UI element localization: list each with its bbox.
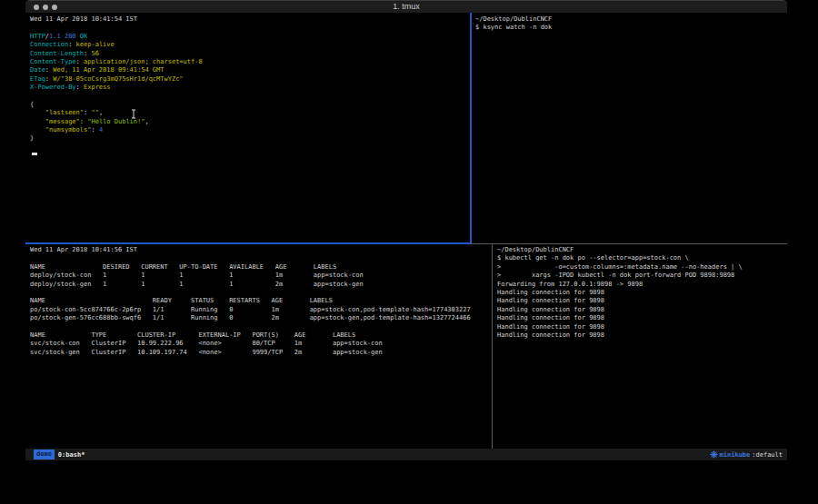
- terminal-line: [30, 254, 492, 262]
- terminal-line: Handling connection for 9898: [497, 297, 787, 305]
- terminal-line: po/stock-gen-576cc688bb-swqf6 1/1 Runnin…: [30, 314, 492, 322]
- terminal-line: X-Powered-By: Express: [30, 84, 470, 92]
- terminal-line: Content-Length: 56: [30, 50, 470, 58]
- terminal-line: NAME READY STATUS RESTARTS AGE LABELS: [30, 297, 492, 305]
- terminal-line: Handling connection for 9898: [497, 306, 787, 314]
- kubernetes-helm-icon: [710, 450, 718, 459]
- terminal-line: Handling connection for 9898: [497, 331, 787, 340]
- text-cursor-icon: [131, 109, 136, 119]
- terminal-line: HTTP/1.1 200 OK: [30, 33, 470, 41]
- terminal-line: ~/Desktop/DublinCNCF: [475, 15, 787, 24]
- terminal-line: NAME TYPE CLUSTER-IP EXTERNAL-IP PORT(S)…: [30, 331, 492, 340]
- kube-namespace: :default: [752, 451, 783, 459]
- terminal-cursor: [32, 153, 37, 155]
- window-titlebar[interactable]: 1. tmux: [25, 0, 787, 13]
- terminal-line: > xargs -IPOD kubectl -n dok port-forwar…: [497, 272, 787, 280]
- kube-context[interactable]: minikube: [720, 451, 751, 459]
- terminal-line: deploy/stock-gen 1 1 1 1 2m app=stock-ge…: [30, 281, 492, 289]
- terminal-line: "numsymbols": 4: [30, 126, 470, 134]
- terminal-line: Handling connection for 9898: [497, 289, 787, 297]
- terminal-line: "lastseen": "",: [30, 109, 470, 117]
- terminal-line: NAME DESIRED CURRENT UP-TO-DATE AVAILABL…: [30, 263, 492, 272]
- window-tab-bash[interactable]: 0:bash*: [58, 451, 85, 459]
- terminal-line: Handling connection for 9898: [497, 323, 787, 331]
- terminal-line: Handling connection for 9898: [497, 314, 787, 322]
- terminal-line: [30, 93, 470, 101]
- status-right: minikube:default: [710, 450, 783, 459]
- pane-ksync-watch[interactable]: ~/Desktop/DublinCNCF$ ksync watch -n dok: [472, 13, 787, 242]
- terminal-line: deploy/stock-con 1 1 1 1 1m app=stock-co…: [30, 272, 492, 280]
- terminal-line: Content-Type: application/json; charset=…: [30, 58, 470, 66]
- terminal-line: "message": "Hello Dublin!",: [30, 118, 470, 126]
- terminal-line: Forwarding from 127.0.0.1:9898 -> 9898: [497, 281, 787, 289]
- desktop: 1. tmux Wed 11 Apr 2018 10:41:54 ISTHTTP…: [0, 0, 818, 504]
- terminal-line: [30, 24, 470, 32]
- pane-divider-vertical-bottom[interactable]: [492, 244, 493, 449]
- terminal-line: {: [30, 101, 470, 109]
- terminal-line: po/stock-con-5cc874766c-2p6rp 1/1 Runnin…: [30, 306, 492, 314]
- terminal-line: $ ksync watch -n dok: [475, 24, 787, 32]
- terminal-line: Wed 11 Apr 2018 10:41:56 IST: [30, 246, 492, 254]
- pane-port-forward[interactable]: ~/Desktop/DublinCNCF$ kubectl get -n dok…: [494, 244, 787, 449]
- terminal-line: $ kubectl get -n dok po --selector=app=s…: [497, 254, 787, 262]
- window-title: 1. tmux: [25, 1, 787, 13]
- terminal-line: }: [30, 134, 470, 143]
- terminal-window: 1. tmux Wed 11 Apr 2018 10:41:54 ISTHTTP…: [25, 0, 787, 460]
- terminal-line: svc/stock-gen ClusterIP 10.109.197.74 <n…: [30, 349, 492, 357]
- terminal-line: ~/Desktop/DublinCNCF: [497, 246, 787, 254]
- session-name-badge[interactable]: demo: [34, 450, 55, 460]
- terminal-line: svc/stock-con ClusterIP 10.99.222.96 <no…: [30, 340, 492, 348]
- tmux-status-bar: demo 0:bash* minikube:default: [25, 449, 787, 460]
- terminal-line: [30, 289, 492, 297]
- terminal-line: ETag: W/"38-05coCsrg3mQ75sHr1d/qcMTwYZc": [30, 75, 470, 84]
- terminal-line: Date: Wed, 11 Apr 2018 09:41:54 GMT: [30, 66, 470, 74]
- terminal-line: Wed 11 Apr 2018 10:41:54 IST: [30, 15, 470, 24]
- tmux-session: Wed 11 Apr 2018 10:41:54 ISTHTTP/1.1 200…: [25, 13, 787, 449]
- pane-http-response[interactable]: Wed 11 Apr 2018 10:41:54 ISTHTTP/1.1 200…: [25, 13, 470, 242]
- terminal-line: > -o=custom-columns=:metadata.name --no-…: [497, 263, 787, 272]
- pane-kubectl-get[interactable]: Wed 11 Apr 2018 10:41:56 ISTNAME DESIRED…: [25, 244, 492, 449]
- terminal-line: [30, 323, 492, 331]
- terminal-line: Connection: keep-alive: [30, 41, 470, 49]
